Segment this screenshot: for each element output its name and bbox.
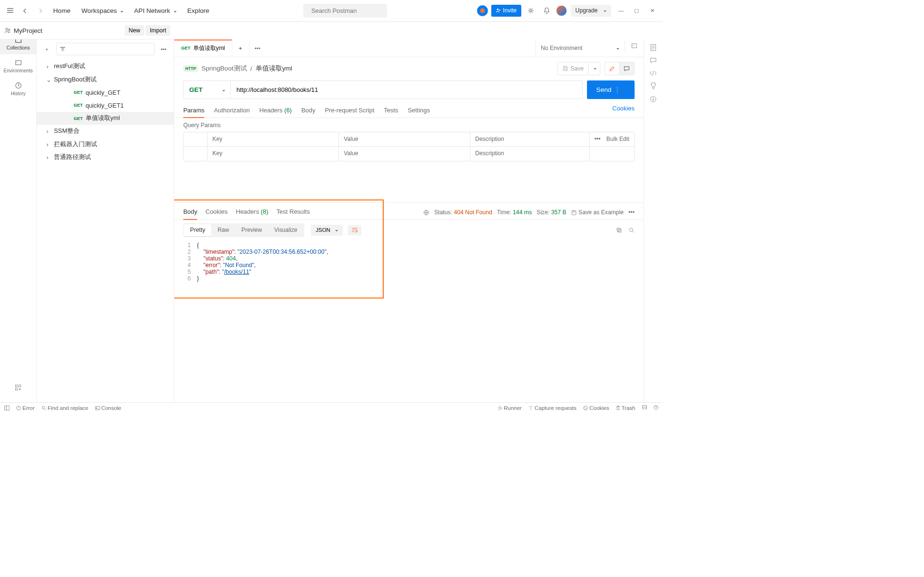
sb-runner[interactable]: Runner xyxy=(498,405,522,411)
send-button[interactable]: Send xyxy=(587,80,635,99)
resp-more-icon[interactable]: ••• xyxy=(628,209,635,216)
lightbulb-icon[interactable] xyxy=(650,82,656,90)
sb-cookies[interactable]: Cookies xyxy=(583,405,609,411)
bulk-edit-link[interactable]: Bulk Edit xyxy=(606,136,629,142)
window-maximize-icon[interactable]: ▢ xyxy=(630,5,643,17)
environment-select[interactable]: No Environment xyxy=(536,40,624,57)
col-description: Description xyxy=(470,132,590,146)
tree-request[interactable]: GET单值读取yml xyxy=(37,112,174,125)
rail-environments[interactable]: Environments xyxy=(0,54,36,77)
nav-api-network[interactable]: API Network xyxy=(130,5,180,17)
tab-prerequest[interactable]: Pre-request Script xyxy=(325,105,374,118)
resp-tab-headers[interactable]: Headers (8) xyxy=(236,206,268,219)
edit-icon[interactable] xyxy=(605,62,620,74)
tab-body[interactable]: Body xyxy=(301,105,315,118)
new-button[interactable]: New xyxy=(125,25,145,36)
search-response-icon[interactable] xyxy=(628,227,635,233)
wrap-lines-icon[interactable] xyxy=(348,225,361,236)
resp-tab-cookies[interactable]: Cookies xyxy=(206,206,228,219)
global-search[interactable] xyxy=(303,4,387,18)
sidebar-more-icon[interactable]: ••• xyxy=(158,43,170,55)
menu-icon[interactable] xyxy=(4,5,17,17)
svg-rect-7 xyxy=(19,385,21,387)
nav-explore[interactable]: Explore xyxy=(183,5,213,17)
globe-icon[interactable] xyxy=(423,209,429,216)
filter-icon xyxy=(60,47,65,51)
sb-layout-icon[interactable] xyxy=(642,405,647,411)
param-value-input[interactable]: Value xyxy=(339,147,470,161)
import-button[interactable]: Import xyxy=(146,25,170,36)
save-button[interactable]: Save xyxy=(557,62,589,75)
notifications-icon[interactable] xyxy=(541,5,553,17)
new-tab-button[interactable]: ＋ xyxy=(232,40,249,57)
save-as-example[interactable]: Save as Example xyxy=(571,209,624,216)
param-desc-input[interactable]: Description xyxy=(470,147,590,161)
sb-help-icon[interactable] xyxy=(654,405,658,411)
env-quicklook-icon[interactable] xyxy=(624,40,643,52)
copy-icon[interactable] xyxy=(616,227,622,233)
info-icon[interactable] xyxy=(650,96,656,102)
avatar[interactable] xyxy=(556,5,567,16)
view-raw[interactable]: Raw xyxy=(211,224,235,236)
nav-home[interactable]: Home xyxy=(49,5,75,17)
rail-history[interactable]: History xyxy=(0,77,36,100)
settings-icon[interactable] xyxy=(525,5,537,17)
tree-folder[interactable]: ›restFul测试 xyxy=(37,60,174,73)
window-close-icon[interactable]: ✕ xyxy=(646,5,658,17)
add-collection-icon[interactable]: ＋ xyxy=(41,43,53,55)
window-minimize-icon[interactable]: — xyxy=(615,5,627,17)
workspace-name[interactable]: MyProject xyxy=(4,27,43,34)
tabs-more-icon[interactable]: ••• xyxy=(251,42,264,54)
tab-settings[interactable]: Settings xyxy=(408,105,430,118)
code-icon[interactable] xyxy=(649,70,657,76)
view-pretty[interactable]: Pretty xyxy=(184,224,211,236)
tree-request[interactable]: GETquickly_GET xyxy=(37,86,174,99)
tab-tests[interactable]: Tests xyxy=(384,105,398,118)
resp-tab-tests[interactable]: Test Results xyxy=(277,206,310,219)
svg-rect-11 xyxy=(632,44,636,48)
url-input[interactable] xyxy=(231,80,583,99)
sb-capture[interactable]: Capture requests xyxy=(528,405,576,411)
filter-input[interactable] xyxy=(56,43,155,55)
rail-add[interactable] xyxy=(0,380,36,396)
back-icon[interactable] xyxy=(19,5,31,17)
comments-icon[interactable] xyxy=(650,57,656,64)
tab-authorization[interactable]: Authorization xyxy=(214,105,249,118)
request-tab[interactable]: GET 单值读取yml xyxy=(174,40,232,57)
upgrade-button[interactable]: Upgrade xyxy=(571,5,612,17)
tab-headers[interactable]: Headers (6) xyxy=(259,105,292,118)
sync-icon[interactable] xyxy=(477,5,488,16)
comment-icon[interactable] xyxy=(620,62,634,74)
save-dropdown[interactable] xyxy=(589,62,600,75)
forward-icon[interactable] xyxy=(34,5,47,17)
environments-icon xyxy=(14,59,22,67)
tab-params[interactable]: Params xyxy=(183,105,204,118)
sb-trash[interactable]: Trash xyxy=(616,405,635,411)
tree-folder[interactable]: ›拦截器入门测试 xyxy=(37,138,174,151)
statusbar: Error Find and replace Console Runner Ca… xyxy=(0,402,663,414)
tree-request[interactable]: GETquickly_GET1 xyxy=(37,99,174,112)
tree-folder[interactable]: ›普通路径测试 xyxy=(37,151,174,164)
person-plus-icon xyxy=(496,8,501,13)
view-preview[interactable]: Preview xyxy=(235,224,268,236)
search-input[interactable] xyxy=(311,7,391,14)
tree-folder[interactable]: ⌄SpringBoot测试 xyxy=(37,73,174,86)
invite-button[interactable]: Invite xyxy=(491,5,521,17)
response-body[interactable]: 1{2 "timestamp": "2023-07-26T00:34:56.65… xyxy=(174,240,643,402)
format-select[interactable]: JSON xyxy=(311,225,343,236)
method-select[interactable]: GET xyxy=(183,80,231,99)
view-visualize[interactable]: Visualize xyxy=(268,224,303,236)
tree-folder[interactable]: ›SSM整合 xyxy=(37,125,174,138)
sb-find[interactable]: Find and replace xyxy=(41,405,88,411)
nav-workspaces[interactable]: Workspaces xyxy=(77,5,127,17)
resp-tab-body[interactable]: Body xyxy=(183,206,197,219)
cookies-link[interactable]: Cookies xyxy=(612,105,635,118)
param-key-input[interactable]: Key xyxy=(208,147,339,161)
docs-icon[interactable] xyxy=(650,44,656,51)
sb-console[interactable]: Console xyxy=(95,405,121,411)
sb-panel-icon[interactable] xyxy=(4,406,10,410)
svg-point-23 xyxy=(584,406,588,410)
breadcrumb-collection[interactable]: SpringBoot测试 xyxy=(201,64,247,73)
more-icon[interactable]: ••• xyxy=(595,136,601,142)
sb-error[interactable]: Error xyxy=(16,405,34,411)
